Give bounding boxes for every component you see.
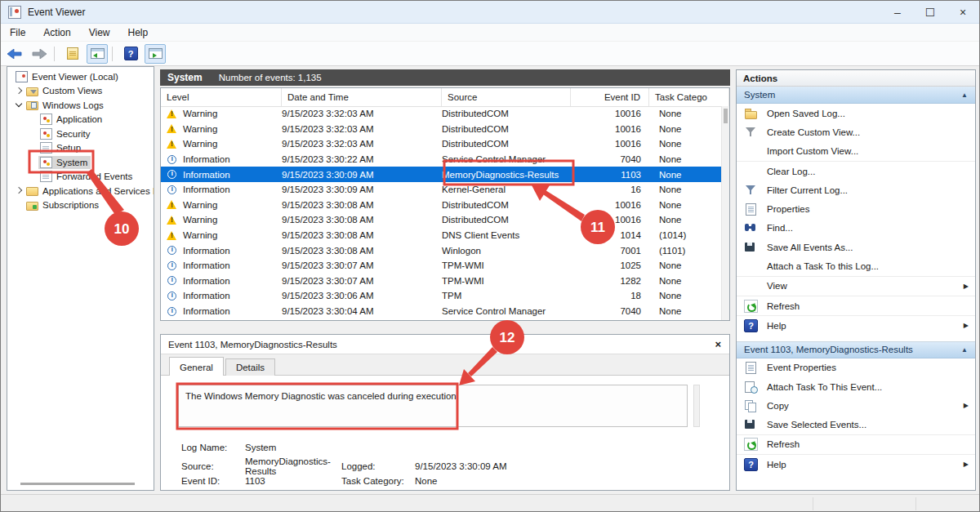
action-item-label: Refresh [767, 439, 955, 449]
column-header-source[interactable]: Source [442, 88, 571, 106]
action-item[interactable]: Properties ▶ [737, 199, 975, 218]
datetime-cell: 9/15/2023 3:32:03 AM [282, 124, 442, 134]
field-value: 1103 [245, 476, 341, 486]
task-cell: (1101) [649, 246, 721, 256]
message-scrollbar[interactable] [693, 385, 700, 427]
action-item-icon [744, 399, 758, 412]
maximize-button[interactable]: ☐ [914, 1, 947, 24]
tree-item-label: Subscriptions [42, 200, 99, 210]
table-row[interactable]: Information 9/15/2023 3:30:09 AM MemoryD… [161, 167, 721, 182]
column-header-task[interactable]: Task Catego [649, 88, 729, 106]
action-item[interactable]: Refresh ▶ [737, 296, 975, 315]
tree-item[interactable]: Security [7, 127, 154, 141]
action-item[interactable]: Attach a Task To this Log... ▶ [737, 256, 975, 275]
table-row[interactable]: Warning 9/15/2023 3:30:08 AM Distributed… [161, 212, 721, 228]
field-label: Source: [181, 461, 245, 471]
export-icon[interactable] [62, 44, 83, 64]
tree-item-icon [40, 157, 52, 168]
action-item[interactable]: Create Custom View... ▶ [737, 122, 975, 141]
tree-item[interactable]: Forwarded Events [7, 170, 154, 185]
table-row[interactable]: Information 9/15/2023 3:30:07 AM TPM-WMI… [161, 274, 721, 289]
table-row[interactable]: Warning 9/15/2023 3:32:03 AM Distributed… [161, 122, 721, 137]
toolbar: ? [1, 42, 979, 66]
tree-item[interactable]: System [7, 155, 154, 170]
table-row[interactable]: Warning 9/15/2023 3:32:03 AM Distributed… [161, 136, 721, 152]
menu-item[interactable]: Action [34, 24, 79, 41]
tree-item[interactable]: Custom Views [7, 84, 154, 99]
table-row[interactable]: Information 9/15/2023 3:30:09 AM Kernel-… [161, 182, 721, 198]
action-item[interactable]: Refresh ▶ [737, 434, 975, 454]
datetime-cell: 9/15/2023 3:32:03 AM [282, 109, 442, 118]
level-icon [167, 230, 178, 241]
table-row[interactable]: Information 9/15/2023 3:30:06 AM TPM 18 … [161, 288, 721, 304]
table-row[interactable]: Information 9/15/2023 3:30:22 AM Service… [161, 152, 721, 167]
actions-section-system[interactable]: System ▲ [737, 87, 975, 104]
tree-item[interactable]: Application [7, 113, 154, 127]
menu-item[interactable]: File [1, 24, 34, 41]
column-header-eventid[interactable]: Event ID [571, 88, 649, 106]
action-item[interactable]: Open Saved Log... ▶ [737, 104, 975, 122]
tree-item[interactable]: Setup [7, 141, 154, 156]
forward-icon[interactable] [29, 44, 50, 64]
column-header-datetime[interactable]: Date and Time [282, 88, 442, 106]
action-item[interactable]: Clear Log... ▶ [737, 161, 975, 180]
field-value: MemoryDiagnostics-Results [245, 456, 341, 476]
collapse-icon[interactable]: ▲ [961, 346, 968, 354]
table-row[interactable]: Information 9/15/2023 3:30:04 AM Service… [161, 304, 721, 319]
field-value-2: None [415, 476, 729, 486]
submenu-arrow-icon: ▶ [964, 461, 969, 468]
source-cell: DNS Client Events [442, 230, 571, 240]
tree-horizontal-scrollbar[interactable] [20, 483, 135, 485]
action-item[interactable]: Help ▶ [737, 454, 975, 474]
console-tree-icon[interactable] [87, 44, 108, 64]
column-header-level[interactable]: Level [161, 88, 282, 106]
submenu-arrow-icon: ▶ [964, 322, 969, 329]
action-item[interactable]: Filter Current Log... ▶ [737, 180, 975, 199]
action-item[interactable]: Event Properties ▶ [737, 358, 975, 377]
tab-general[interactable]: General [169, 357, 224, 376]
action-item[interactable]: Attach Task To This Event... ▶ [737, 377, 975, 396]
action-item[interactable]: Save Selected Events... ▶ [737, 415, 975, 434]
back-icon[interactable] [4, 44, 25, 64]
menu-item[interactable]: Help [119, 24, 158, 41]
table-vertical-scrollbar[interactable] [721, 106, 729, 320]
tree-item-label: Application [56, 114, 102, 124]
close-button[interactable]: × [947, 1, 979, 24]
action-item[interactable]: Find... ▶ [737, 219, 975, 238]
tree-item[interactable]: Windows Logs [7, 98, 154, 113]
chevron-icon[interactable] [14, 185, 24, 196]
action-pane-icon[interactable] [145, 44, 166, 64]
actions-section-event[interactable]: Event 1103, MemoryDiagnostics-Results ▲ [737, 341, 975, 358]
action-item[interactable]: View ▶ [737, 276, 975, 296]
tree-item[interactable]: Subscriptions [7, 198, 154, 213]
chevron-icon[interactable] [14, 200, 24, 211]
table-row[interactable]: Information 9/15/2023 3:30:08 AM Winlogo… [161, 243, 721, 258]
table-row[interactable]: Warning 9/15/2023 3:30:08 AM DNS Client … [161, 228, 721, 243]
tree-item[interactable]: Applications and Services Lo [7, 184, 154, 198]
table-header-row: Level Date and Time Source Event ID Task… [161, 88, 729, 107]
field-value: System [245, 443, 341, 452]
action-item[interactable]: Import Custom View... ▶ [737, 142, 975, 161]
tab-details[interactable]: Details [225, 358, 275, 376]
table-row[interactable]: Warning 9/15/2023 3:30:08 AM Distributed… [161, 198, 721, 213]
datetime-cell: 9/15/2023 3:30:08 AM [282, 215, 442, 225]
close-detail-icon[interactable]: × [715, 338, 721, 350]
chevron-icon[interactable] [14, 86, 24, 96]
action-item[interactable]: Save All Events As... ▶ [737, 238, 975, 256]
menu-item[interactable]: View [80, 24, 119, 41]
action-item-icon [744, 107, 758, 120]
field-label-2: Task Category: [341, 476, 415, 486]
collapse-icon[interactable]: ▲ [961, 91, 968, 99]
field-label: Event ID: [181, 476, 245, 486]
source-cell: DistributedCOM [442, 124, 571, 134]
action-item[interactable]: Help ▶ [737, 315, 975, 335]
action-item[interactable]: Copy ▶ [737, 396, 975, 415]
table-row[interactable]: Information 9/15/2023 3:30:07 AM TPM-WMI… [161, 258, 721, 274]
minimize-button[interactable]: – [881, 1, 914, 24]
tree-item[interactable]: Event Viewer (Local) [7, 69, 154, 84]
level-cell: Information [183, 246, 230, 256]
table-row[interactable]: Warning 9/15/2023 3:32:03 AM Distributed… [161, 106, 721, 122]
chevron-icon[interactable] [14, 100, 24, 110]
help-icon[interactable]: ? [120, 44, 141, 64]
event-message: The Windows Memory Diagnostic was cancel… [178, 385, 688, 427]
